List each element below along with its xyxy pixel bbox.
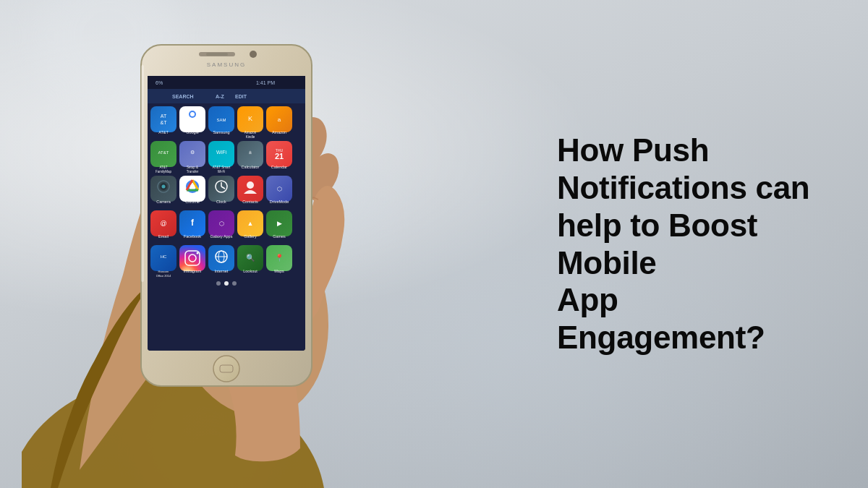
- svg-point-53: [162, 185, 166, 189]
- svg-rect-95: [208, 245, 234, 271]
- svg-text:Setup &: Setup &: [187, 166, 198, 169]
- svg-point-58: [190, 184, 195, 189]
- svg-rect-90: [179, 245, 205, 271]
- headline-line3: help to Boost Mobile: [557, 207, 757, 281]
- svg-text:HC: HC: [161, 254, 167, 259]
- svg-text:Samsung: Samsung: [213, 130, 229, 134]
- svg-text:Calendar: Calendar: [271, 165, 287, 169]
- svg-text:Gallery: Gallery: [244, 234, 257, 239]
- svg-text:FamilyMap: FamilyMap: [156, 170, 172, 174]
- svg-text:▶: ▶: [277, 220, 282, 227]
- svg-point-93: [197, 252, 199, 254]
- headline-line1: How Push: [557, 132, 709, 168]
- svg-text:SAM: SAM: [216, 118, 226, 122]
- svg-text:SAMSUNG: SAMSUNG: [207, 61, 246, 68]
- svg-text:Camera: Camera: [156, 200, 171, 204]
- headline-section: How Push Notifications can help to Boost…: [521, 0, 868, 488]
- svg-text:Instagram: Instagram: [184, 269, 202, 273]
- svg-text:Amazon: Amazon: [244, 131, 257, 134]
- svg-text:AT&T: AT&T: [159, 166, 167, 169]
- svg-text:Lookout: Lookout: [243, 269, 258, 273]
- svg-text:21: 21: [275, 152, 284, 160]
- svg-text:Transfer: Transfer: [187, 170, 199, 174]
- svg-text:6%: 6%: [156, 80, 163, 85]
- headline-line4: App Engagement?: [557, 282, 765, 355]
- svg-text:DriveMode: DriveMode: [270, 200, 289, 204]
- main-headline: How Push Notifications can help to Boost…: [557, 132, 832, 356]
- svg-text:⬡: ⬡: [219, 221, 224, 227]
- svg-text:Galaxy Apps: Galaxy Apps: [210, 234, 233, 239]
- svg-text:Internet: Internet: [215, 269, 229, 273]
- svg-text:SEARCH: SEARCH: [172, 94, 194, 99]
- svg-text:WiFi: WiFi: [216, 150, 226, 155]
- svg-text:AT&T: AT&T: [158, 150, 169, 155]
- phone-hand-svg: 6% 1:41 PM SEARCH A-Z EDIT AT &T AT&T Go…: [22, 0, 514, 488]
- svg-text:Facebook: Facebook: [184, 234, 201, 239]
- svg-text:📍: 📍: [275, 253, 284, 262]
- svg-point-106: [216, 281, 221, 286]
- svg-text:A-Z: A-Z: [216, 94, 224, 99]
- svg-rect-13: [150, 106, 176, 132]
- svg-text:Games: Games: [273, 234, 286, 239]
- svg-text:Kindle: Kindle: [246, 135, 255, 139]
- svg-text:Amazon: Amazon: [272, 130, 286, 134]
- svg-text:a: a: [278, 116, 281, 123]
- svg-text:▲: ▲: [247, 220, 254, 227]
- svg-text:Contacts: Contacts: [242, 200, 258, 204]
- svg-text:AT&T Smart: AT&T Smart: [213, 166, 231, 169]
- svg-text:Clock: Clock: [216, 200, 226, 204]
- svg-text:1:41 PM: 1:41 PM: [256, 80, 275, 85]
- svg-point-66: [247, 181, 254, 189]
- svg-rect-6: [148, 76, 305, 89]
- svg-rect-60: [208, 176, 234, 202]
- svg-text:⚙: ⚙: [190, 150, 195, 155]
- svg-point-19: [190, 112, 195, 116]
- svg-text:🔍: 🔍: [246, 253, 255, 262]
- svg-text:Chrome: Chrome: [185, 200, 200, 204]
- svg-text:⬡: ⬡: [277, 186, 282, 192]
- svg-text:±: ±: [249, 149, 252, 155]
- svg-point-113: [213, 356, 239, 382]
- svg-text:EDIT: EDIT: [235, 94, 247, 99]
- svg-text:Wi-Fi: Wi-Fi: [218, 170, 226, 174]
- svg-text:Maps: Maps: [274, 269, 284, 273]
- svg-text:K: K: [248, 115, 252, 122]
- headline-line2: Notifications can: [557, 170, 809, 205]
- svg-rect-111: [206, 53, 228, 56]
- svg-rect-17: [179, 106, 205, 132]
- svg-rect-9: [148, 89, 305, 103]
- svg-text:Office 2014: Office 2014: [156, 274, 171, 278]
- svg-text:Google: Google: [186, 130, 199, 134]
- svg-text:Email: Email: [158, 234, 169, 239]
- phone-image-section: 6% 1:41 PM SEARCH A-Z EDIT AT &T AT&T Go…: [22, 0, 514, 488]
- svg-text:&T: &T: [161, 120, 168, 125]
- svg-text:AT: AT: [161, 114, 167, 119]
- svg-rect-3: [141, 65, 144, 282]
- svg-point-108: [232, 281, 237, 286]
- page-container: 6% 1:41 PM SEARCH A-Z EDIT AT &T AT&T Go…: [0, 0, 868, 488]
- svg-point-110: [250, 51, 257, 58]
- svg-point-107: [224, 281, 229, 286]
- svg-text:Hancom: Hancom: [158, 270, 170, 273]
- svg-text:Calculator: Calculator: [242, 165, 260, 169]
- svg-text:AT&T: AT&T: [158, 130, 169, 134]
- svg-text:@: @: [160, 220, 166, 227]
